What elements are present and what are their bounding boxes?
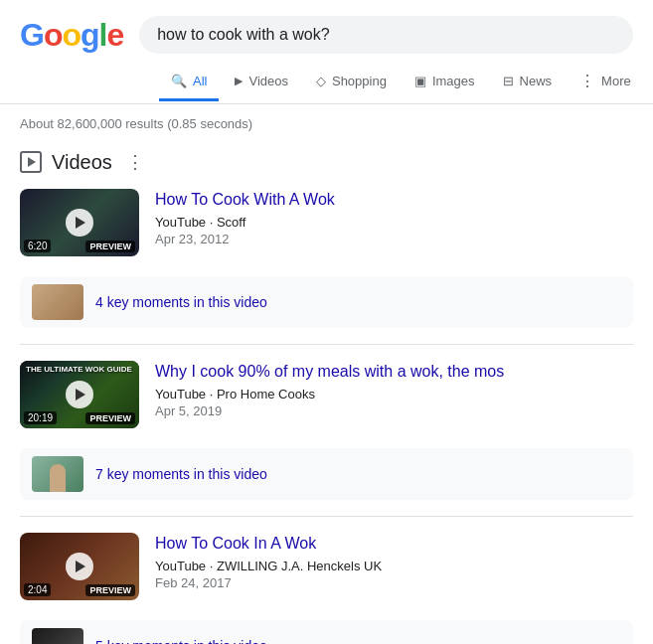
key-moments-3[interactable]: 5 key moments in this video [20, 620, 633, 644]
more-icon: ⋮ [579, 72, 595, 90]
header: Google [0, 0, 653, 54]
key-moments-text-2[interactable]: 7 key moments in this video [95, 466, 267, 482]
key-moments-text-3[interactable]: 5 key moments in this video [95, 638, 267, 644]
video-info-2: Why I cook 90% of my meals with a wok, t… [155, 361, 633, 418]
key-moment-thumb-2 [32, 456, 83, 492]
thumb-overlay-text: THE ULTIMATE WOK GUIDE [26, 365, 132, 374]
video-source-3: YouTube · ZWILLING J.A. Henckels UK [155, 559, 633, 573]
video-item-1: 6:20 PREVIEW How To Cook With A Wok YouT… [20, 189, 633, 256]
duration-badge-1: 6:20 [24, 240, 51, 252]
play-icon [28, 157, 36, 167]
video-date-1: Apr 23, 2012 [155, 232, 633, 246]
tab-more[interactable]: ⋮ More [568, 62, 643, 103]
section-menu-icon[interactable]: ⋮ [122, 147, 148, 177]
play-button-3[interactable] [66, 553, 93, 580]
video-source-2: YouTube · Pro Home Cooks [155, 387, 633, 402]
divider-1 [20, 344, 633, 345]
video-source-1: YouTube · Scoff [155, 215, 633, 230]
video-section-icon [20, 151, 42, 173]
section-header: Videos ⋮ [0, 139, 653, 189]
results-info: About 82,600,000 results (0.85 seconds) [0, 104, 653, 139]
video-title-3[interactable]: How To Cook In A Wok [155, 533, 633, 555]
video-date-3: Feb 24, 2017 [155, 575, 633, 590]
preview-badge-1: PREVIEW [85, 241, 135, 252]
video-info-3: How To Cook In A Wok YouTube · ZWILLING … [155, 533, 633, 590]
tab-images[interactable]: ▣ Images [403, 64, 487, 101]
video-thumbnail-1[interactable]: 6:20 PREVIEW [20, 189, 139, 256]
key-moment-thumb-1 [32, 284, 83, 320]
key-moments-1[interactable]: 4 key moments in this video [20, 276, 633, 328]
video-title-2[interactable]: Why I cook 90% of my meals with a wok, t… [155, 361, 633, 383]
video-thumbnail-2[interactable]: THE ULTIMATE WOK GUIDE 20:19 PREVIEW [20, 361, 139, 428]
video-thumbnail-3[interactable]: 2:04 PREVIEW [20, 533, 139, 600]
preview-badge-3: PREVIEW [85, 584, 135, 596]
nav-tabs: 🔍 All ▶ Videos ◇ Shopping ▣ Images ⊟ New… [0, 54, 653, 104]
tab-all[interactable]: 🔍 All [159, 64, 219, 101]
video-title-1[interactable]: How To Cook With A Wok [155, 189, 633, 211]
section-title: Videos [52, 151, 112, 174]
divider-2 [20, 516, 633, 517]
images-icon: ▣ [414, 74, 426, 88]
shopping-icon: ◇ [316, 74, 326, 88]
search-input[interactable] [157, 26, 615, 44]
tab-news[interactable]: ⊟ News [491, 64, 565, 101]
key-moments-text-1[interactable]: 4 key moments in this video [95, 294, 267, 310]
play-triangle-icon-2 [76, 389, 85, 401]
duration-badge-2: 20:19 [24, 411, 57, 424]
preview-badge-2: PREVIEW [85, 412, 135, 424]
tab-videos[interactable]: ▶ Videos [223, 64, 300, 101]
play-triangle-icon [76, 217, 85, 229]
duration-badge-3: 2:04 [24, 583, 51, 596]
video-card-3: 2:04 PREVIEW How To Cook In A Wok YouTub… [0, 533, 653, 620]
video-item-3: 2:04 PREVIEW How To Cook In A Wok YouTub… [20, 533, 633, 600]
video-card-1: 6:20 PREVIEW How To Cook With A Wok YouT… [0, 189, 653, 276]
video-item-2: THE ULTIMATE WOK GUIDE 20:19 PREVIEW Why… [20, 361, 633, 428]
play-button-2[interactable] [66, 381, 93, 408]
play-triangle-icon-3 [76, 561, 85, 572]
search-icon: 🔍 [171, 74, 187, 88]
key-moment-thumb-3 [32, 628, 83, 644]
video-date-2: Apr 5, 2019 [155, 403, 633, 418]
news-icon: ⊟ [503, 74, 514, 88]
video-info-1: How To Cook With A Wok YouTube · Scoff A… [155, 189, 633, 246]
google-logo: Google [20, 17, 123, 54]
video-icon: ▶ [235, 75, 243, 87]
key-moments-2[interactable]: 7 key moments in this video [20, 448, 633, 500]
play-button-1[interactable] [66, 209, 93, 237]
video-card-2: THE ULTIMATE WOK GUIDE 20:19 PREVIEW Why… [0, 361, 653, 448]
search-bar[interactable] [139, 16, 633, 54]
tab-shopping[interactable]: ◇ Shopping [304, 64, 399, 101]
